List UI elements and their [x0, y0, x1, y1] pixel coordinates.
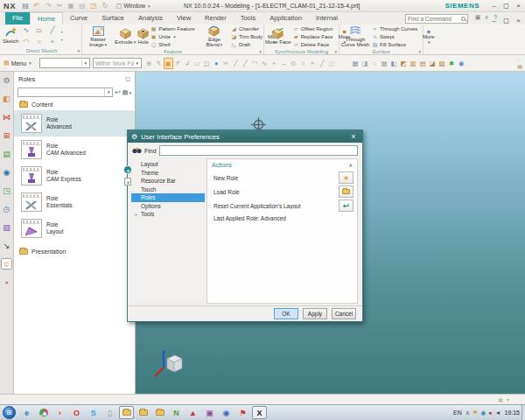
snap-move-icon[interactable]: ↔: [279, 58, 289, 69]
show-desktop-button[interactable]: [522, 405, 525, 420]
snap-center-icon[interactable]: ⊙: [289, 58, 298, 69]
photo-app-icon[interactable]: ▣: [202, 406, 217, 419]
chamfer-button[interactable]: ◢Chamfer: [230, 24, 266, 32]
role-item-layout[interactable]: RoleLayout: [14, 215, 135, 242]
tab-tools[interactable]: Tools: [234, 12, 263, 24]
snap-spline-icon[interactable]: ∿: [260, 58, 270, 69]
undo-path-icon[interactable]: ↲: [183, 58, 192, 69]
rectangle-select-icon[interactable]: ▭: [192, 58, 202, 69]
clock[interactable]: 19:15: [504, 410, 520, 416]
role-item-cam-express[interactable]: RoleCAM Express: [14, 163, 135, 189]
find-command-input[interactable]: [408, 16, 461, 22]
roles-folder-presentation[interactable]: Presentation: [14, 246, 135, 257]
grid-dropdown-icon[interactable]: ▦: [380, 58, 389, 69]
chevron-down-icon[interactable]: ▾: [61, 30, 63, 34]
snap-line2-icon[interactable]: ╱: [241, 58, 250, 69]
apply-button[interactable]: Apply: [303, 308, 327, 319]
roles-search-combo[interactable]: ▾: [18, 88, 113, 97]
tray-network-icon[interactable]: ◉: [480, 410, 486, 416]
process-studio-icon[interactable]: ▨: [1, 221, 12, 233]
raster-image-button[interactable]: Raster Image▾: [82, 25, 114, 48]
media-app-icon[interactable]: ◉: [219, 406, 234, 419]
pattern-feature-button[interactable]: ▦Pattern Feature: [150, 24, 199, 32]
menu-button[interactable]: ▤ Menu ▾: [4, 60, 32, 66]
clipboard-pair-icon[interactable]: ◲: [327, 58, 337, 69]
offset-region-button[interactable]: ▱Offset Region: [292, 24, 337, 32]
notepad-icon[interactable]: ▯: [102, 406, 117, 419]
reset-layout-button[interactable]: ↩: [339, 200, 354, 212]
roles-folder-content[interactable]: Content: [14, 99, 135, 110]
extrude-button[interactable]: Extrude▾: [114, 28, 136, 45]
reuse-library-icon[interactable]: ▤: [1, 148, 12, 159]
panel-pin-icon[interactable]: ◻: [125, 75, 130, 82]
tab-internal[interactable]: Internal: [309, 12, 345, 24]
doc-restore-button[interactable]: ◻: [501, 17, 511, 24]
snap-line-icon[interactable]: ╱: [231, 58, 241, 69]
wcs-triad[interactable]: [153, 350, 188, 387]
warning-app-icon[interactable]: ▲: [186, 406, 200, 419]
shell-button[interactable]: ◻Shell: [150, 40, 199, 48]
tab-analysis[interactable]: Analysis: [131, 12, 170, 24]
through-curves-button[interactable]: ≈Through Curves: [371, 24, 421, 32]
grid-toggle-icon[interactable]: ▦: [498, 396, 503, 402]
panel-sash-icon[interactable]: ◂: [124, 178, 131, 186]
snap-toggle-icon[interactable]: ↰: [154, 58, 164, 69]
resource-gear-icon[interactable]: ⚙: [1, 74, 12, 86]
preferences-tree-item[interactable]: Roles: [131, 193, 205, 202]
undo-icon[interactable]: ↶: [33, 2, 41, 10]
doc-minimize-button[interactable]: –: [489, 17, 499, 24]
window-menu-button[interactable]: ▢ Window ▾: [116, 3, 150, 10]
sphere-view-icon[interactable]: ◉: [457, 58, 466, 69]
chevron-down-icon[interactable]: ▾: [61, 38, 63, 42]
move-face-button[interactable]: Move Face: [264, 28, 292, 45]
restore-button[interactable]: ◻: [501, 2, 511, 10]
nx-app-icon[interactable]: X: [252, 406, 267, 419]
group-dialog-launcher[interactable]: ▾: [418, 48, 421, 55]
selection-scope-combo[interactable]: Within Work Part Only ▾: [93, 58, 142, 68]
save-icon[interactable]: ▤: [22, 2, 30, 10]
load-role-button[interactable]: [339, 186, 354, 198]
preferences-tree-item[interactable]: Resource Bar: [131, 177, 205, 186]
part-view-icon[interactable]: ◪: [428, 58, 438, 69]
through-curve-mesh-button[interactable]: Through Curve Mesh: [340, 25, 371, 48]
assembly-navigator-icon[interactable]: ◧: [1, 93, 12, 104]
dialog-find-input[interactable]: [159, 145, 358, 156]
refresh-icon[interactable]: ↻: [102, 2, 109, 10]
tab-curve[interactable]: Curve: [63, 12, 94, 24]
copy-icon[interactable]: ▣: [67, 2, 75, 10]
redo-icon[interactable]: ↷: [45, 2, 52, 10]
window-select-icon[interactable]: ◫: [202, 58, 212, 69]
delete-face-button[interactable]: ▱Delete Face: [292, 40, 337, 48]
note-icon[interactable]: ▤: [517, 63, 522, 70]
paste-icon[interactable]: ▤: [79, 2, 87, 10]
work-layer-icon[interactable]: ▣: [164, 58, 173, 69]
cancel-button[interactable]: Cancel: [332, 308, 356, 319]
draft-button[interactable]: ◺Draft: [230, 40, 266, 48]
swept-button[interactable]: ∿Swept: [371, 32, 421, 40]
minimize-button[interactable]: –: [489, 2, 499, 10]
dialog-titlebar[interactable]: ⚙ User Interface Preferences ×: [128, 130, 362, 143]
tray-flag-icon[interactable]: ⚑: [472, 410, 478, 416]
group-dialog-launcher[interactable]: ▾: [259, 48, 262, 55]
close-button[interactable]: ×: [514, 2, 523, 10]
part-navigator-icon[interactable]: ⊞: [1, 130, 12, 141]
cut-icon[interactable]: ✂: [56, 2, 64, 10]
move-cursor-icon[interactable]: ⊕: [144, 58, 154, 69]
doc-close-button[interactable]: ×: [514, 17, 523, 24]
preferences-tree-item[interactable]: Layout: [131, 160, 205, 169]
dependency-icon[interactable]: ▾: [507, 396, 509, 402]
face-view-icon[interactable]: ▤: [418, 58, 428, 69]
tab-home[interactable]: Home: [30, 12, 63, 24]
tab-application[interactable]: Application: [262, 12, 309, 24]
role-item-essentials[interactable]: RoleEssentials: [14, 189, 135, 215]
list-view-icon[interactable]: ▤▾: [122, 89, 131, 96]
unite-button[interactable]: ▣Unite▾: [150, 32, 199, 40]
datum-view-icon[interactable]: ✱: [447, 58, 457, 69]
snap-point-icon[interactable]: +: [308, 58, 318, 69]
trim-body-button[interactable]: ◪Trim Body: [230, 32, 266, 40]
preferences-tree-item[interactable]: Options: [131, 202, 205, 211]
opera-icon[interactable]: O: [69, 406, 84, 419]
edge-blend-button[interactable]: Edge Blend▾: [199, 25, 230, 48]
arc-tool-icon[interactable]: ◠: [23, 38, 29, 46]
rectangle-tool-icon[interactable]: ▭: [36, 26, 43, 34]
